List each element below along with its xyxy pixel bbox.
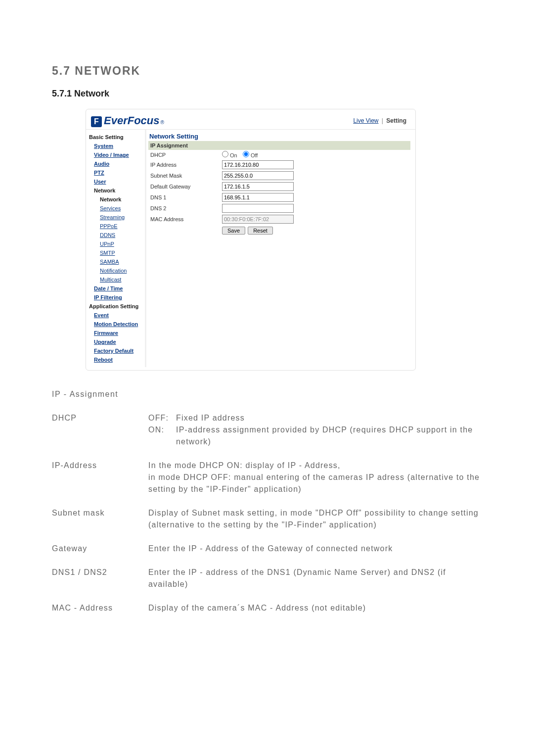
- doc-body: IP - Assignment DHCP OFF: Fixed IP addre…: [52, 388, 482, 614]
- dns2-input[interactable]: [222, 204, 294, 213]
- dhcp-on-radio[interactable]: [222, 151, 228, 157]
- page-heading: 5.7 NETWORK: [52, 64, 482, 78]
- sidebar-item-reboot[interactable]: Reboot: [89, 355, 143, 364]
- sidebar-item-factory-default[interactable]: Factory Default: [89, 346, 143, 355]
- dns1-input[interactable]: [222, 193, 294, 202]
- desc-dns: Enter the IP - address of the DNS1 (Dyna…: [148, 567, 482, 590]
- page-subheading: 5.7.1 Network: [52, 89, 482, 99]
- term-subnet-mask: Subnet mask: [52, 507, 148, 531]
- reset-button[interactable]: Reset: [248, 227, 273, 235]
- sidebar-item-network[interactable]: Network: [89, 186, 143, 195]
- dhcp-on-key: ON:: [148, 424, 176, 448]
- brand-logo: F EverFocus ®: [91, 114, 164, 127]
- dhcp-off-key: OFF:: [148, 412, 176, 424]
- sidebar-sub-upnp[interactable]: UPnP: [89, 239, 143, 248]
- sidebar-sub-multicast[interactable]: Multicast: [89, 275, 143, 284]
- default-gateway-label: Default Gateway: [150, 184, 222, 189]
- sidebar-sub-ddns[interactable]: DDNS: [89, 231, 143, 239]
- sidebar-group-basic: Basic Setting: [89, 133, 143, 142]
- sidebar-item-firmware[interactable]: Firmware: [89, 329, 143, 337]
- sidebar-group-application: Application Setting: [89, 302, 143, 311]
- dhcp-on-text: IP-address assignment provided by DHCP (…: [176, 424, 482, 448]
- sidebar-item-event[interactable]: Event: [89, 311, 143, 320]
- term-gateway: Gateway: [52, 543, 148, 555]
- dns2-label: DNS 2: [150, 205, 222, 211]
- dhcp-on-label: On: [230, 152, 237, 158]
- save-button[interactable]: Save: [222, 227, 245, 235]
- content-panel: Network Setting IP Assignment DHCP On Of…: [146, 130, 415, 367]
- mac-address-label: MAC Address: [150, 216, 222, 222]
- default-gateway-input[interactable]: [222, 182, 294, 191]
- live-view-link[interactable]: Live View: [353, 117, 378, 124]
- sidebar-sub-notification[interactable]: Notification: [89, 266, 143, 275]
- dhcp-label: DHCP: [150, 152, 222, 158]
- subnet-mask-input[interactable]: [222, 171, 294, 180]
- app-screenshot: F EverFocus ® Live View | Setting Basic …: [86, 109, 416, 371]
- sidebar-item-system[interactable]: System: [89, 142, 143, 150]
- setting-link[interactable]: Setting: [386, 117, 406, 124]
- desc-mac-address: Display of the camera´s MAC - Address (n…: [148, 602, 482, 614]
- separator: |: [382, 117, 383, 124]
- desc-subnet-mask: Display of Subnet mask setting, in mode …: [148, 507, 482, 531]
- logo-text: EverFocus: [104, 114, 160, 127]
- ip-address-input[interactable]: [222, 160, 294, 169]
- logo-registered-icon: ®: [161, 120, 164, 125]
- term-dhcp: DHCP: [52, 412, 148, 448]
- ip-address-label: IP Address: [150, 162, 222, 168]
- desc-ip-address: In the mode DHCP ON: display of IP - Add…: [148, 460, 482, 495]
- dhcp-off-label: Off: [251, 152, 258, 158]
- sidebar-item-audio[interactable]: Audio: [89, 159, 143, 168]
- content-title: Network Setting: [148, 132, 410, 140]
- sidebar: Basic Setting System Video / Image Audio…: [86, 130, 146, 367]
- sidebar-item-date-time[interactable]: Date / Time: [89, 284, 143, 293]
- term-mac-address: MAC - Address: [52, 602, 148, 614]
- dhcp-off-radio[interactable]: [243, 151, 249, 157]
- dns1-label: DNS 1: [150, 194, 222, 200]
- dhcp-off-text: Fixed IP address: [176, 412, 245, 424]
- mac-address-field: [222, 215, 294, 224]
- term-dns: DNS1 / DNS2: [52, 567, 148, 590]
- sidebar-sub-services[interactable]: Services: [89, 204, 143, 213]
- sidebar-item-ip-filtering[interactable]: IP Filtering: [89, 293, 143, 302]
- sidebar-sub-pppoe[interactable]: PPPoE: [89, 222, 143, 231]
- sidebar-item-upgrade[interactable]: Upgrade: [89, 337, 143, 346]
- app-header: F EverFocus ® Live View | Setting: [86, 109, 415, 130]
- sidebar-sub-samba[interactable]: SAMBA: [89, 257, 143, 266]
- sidebar-item-video-image[interactable]: Video / Image: [89, 150, 143, 159]
- term-ip-address: IP-Address: [52, 460, 148, 495]
- desc-gateway: Enter the IP - Address of the Gateway of…: [148, 543, 482, 555]
- sidebar-sub-streaming[interactable]: Streaming: [89, 213, 143, 222]
- sidebar-sub-smtp[interactable]: SMTP: [89, 248, 143, 257]
- section-bar-ip-assignment: IP Assignment: [148, 141, 410, 150]
- subnet-mask-label: Subnet Mask: [150, 173, 222, 179]
- sidebar-item-motion-detection[interactable]: Motion Detection: [89, 320, 143, 329]
- logo-mark-icon: F: [91, 116, 102, 127]
- doc-subtitle: IP - Assignment: [52, 388, 482, 400]
- sidebar-sub-network[interactable]: Network: [89, 195, 143, 204]
- sidebar-item-ptz[interactable]: PTZ: [89, 168, 143, 177]
- sidebar-item-user[interactable]: User: [89, 177, 143, 186]
